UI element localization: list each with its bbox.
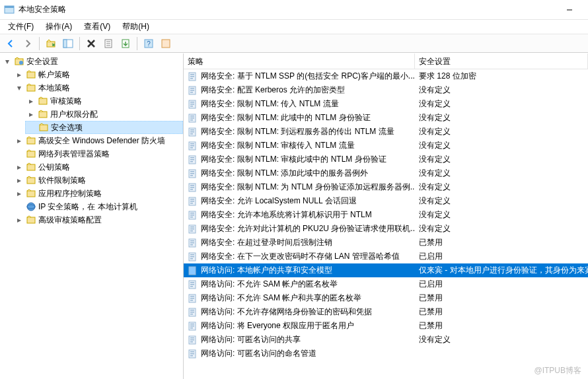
up-button[interactable] <box>43 36 59 52</box>
svg-rect-108 <box>190 341 193 343</box>
policy-row[interactable]: 网络安全: 限制 NTLM: 为 NTLM 身份验证添加远程服务器例...没有定… <box>184 180 588 194</box>
policy-icon <box>188 99 198 110</box>
folder-icon <box>38 122 49 133</box>
tree-app-control[interactable]: ▸应用程序控制策略 <box>13 187 183 200</box>
properties-button[interactable] <box>100 36 116 52</box>
export-button[interactable] <box>118 36 133 52</box>
policy-name-cell: 网络访问: 不允许存储网络身份验证的密码和凭据 <box>184 306 415 318</box>
window-title: 本地安全策略 <box>18 4 554 15</box>
expand-icon[interactable]: ▸ <box>15 176 24 185</box>
expand-icon[interactable]: ▸ <box>15 215 24 224</box>
policy-row[interactable]: 网络安全: 基于 NTLM SSP 的(包括安全 RPC)客户端的最小...要求… <box>184 69 588 83</box>
list-body: 网络安全: 基于 NTLM SSP 的(包括安全 RPC)客户端的最小...要求… <box>184 69 588 361</box>
svg-rect-79 <box>190 242 194 244</box>
policy-setting-cell: 没有定义 <box>415 85 588 96</box>
tree-security-options[interactable]: ▸安全选项 <box>25 121 183 134</box>
policy-row[interactable]: 网络安全: 在下一次更改密码时不存储 LAN 管理器哈希值已启用 <box>184 250 588 263</box>
list-pane[interactable]: 策略 安全设置 网络安全: 基于 NTLM SSP 的(包括安全 RPC)客户端… <box>184 53 588 379</box>
policy-row[interactable]: 网络安全: 限制 NTLM: 审核传入 NTLM 流量没有定义 <box>184 139 588 153</box>
menu-file[interactable]: 文件(F) <box>3 20 39 34</box>
policy-icon <box>188 210 198 221</box>
svg-rect-64 <box>190 189 193 190</box>
refresh-button[interactable] <box>158 36 174 52</box>
policy-icon <box>188 224 198 234</box>
tree-pane[interactable]: ▾ 安全设置 ▸ 帐户策略 <box>0 53 184 379</box>
svg-rect-56 <box>190 161 193 162</box>
menu-help[interactable]: 帮助(H) <box>117 20 155 34</box>
delete-button[interactable] <box>83 36 99 52</box>
policy-row[interactable]: 网络安全: 允许对此计算机的 PKU2U 身份验证请求使用联机...没有定义 <box>184 222 588 236</box>
tree-public-key[interactable]: ▸公钥策略 <box>13 160 183 174</box>
tree-network-list[interactable]: ▸网络列表管理器策略 <box>13 147 183 160</box>
policy-setting-cell: 没有定义 <box>415 223 588 234</box>
svg-rect-44 <box>190 120 193 121</box>
policy-row[interactable]: 网络安全: 限制 NTLM: 审核此域中的 NTLM 身份验证没有定义 <box>184 153 588 166</box>
back-button[interactable] <box>3 36 18 52</box>
policy-setting-cell: 要求 128 位加密 <box>415 71 588 82</box>
svg-rect-84 <box>190 258 193 259</box>
column-policy[interactable]: 策略 <box>184 53 415 69</box>
policy-icon <box>188 335 198 345</box>
svg-rect-111 <box>190 353 194 355</box>
policy-row[interactable]: 网络访问: 可匿名访问的共享没有定义 <box>184 333 588 347</box>
tree-software-restriction[interactable]: ▸软件限制策略 <box>13 174 183 187</box>
collapse-icon[interactable]: ▾ <box>3 57 12 66</box>
tree-audit-policy[interactable]: ▸审核策略 <box>25 94 183 108</box>
expand-icon[interactable]: ▸ <box>15 189 24 198</box>
tree-local-policies[interactable]: ▾ 本地策略 <box>13 81 183 94</box>
minimize-button[interactable] <box>554 0 584 19</box>
show-hide-tree-button[interactable] <box>60 36 76 52</box>
policy-row[interactable]: 网络安全: 在超过登录时间后强制注销已禁用 <box>184 236 588 250</box>
tree-ip-security[interactable]: ▸IP 安全策略，在 本地计算机 <box>13 200 183 213</box>
tree-defender-firewall[interactable]: ▸高级安全 Windows Defender 防火墙 <box>13 134 183 147</box>
policy-row[interactable]: 网络访问: 本地帐户的共享和安全模型仅来宾 - 对本地用户进行身份验证，其身份为… <box>184 263 588 277</box>
expand-icon[interactable]: ▸ <box>15 136 24 145</box>
tree-user-rights[interactable]: ▸用户权限分配 <box>25 108 183 121</box>
svg-rect-16 <box>27 72 35 78</box>
policy-row[interactable]: 网络安全: 限制 NTLM: 到远程服务器的传出 NTLM 流量没有定义 <box>184 125 588 139</box>
policy-name-cell: 网络安全: 在超过登录时间后强制注销 <box>184 237 415 248</box>
policy-setting-cell: 没有定义 <box>415 98 588 110</box>
forward-button[interactable] <box>20 36 36 52</box>
collapse-icon[interactable]: ▾ <box>15 83 24 92</box>
policy-row[interactable]: 网络访问: 将 Everyone 权限应用于匿名用户已禁用 <box>184 319 588 333</box>
expand-icon[interactable]: ▸ <box>26 110 36 119</box>
help-button[interactable]: ? <box>141 36 157 52</box>
svg-point-26 <box>27 203 35 211</box>
policy-row[interactable]: 网络访问: 不允许 SAM 帐户的匿名枚举已启用 <box>184 277 588 291</box>
tree-advanced-audit[interactable]: ▸高级审核策略配置 <box>13 213 183 226</box>
policy-setting-cell: 没有定义 <box>415 334 588 345</box>
policy-row[interactable]: 网络安全: 限制 NTLM: 此域中的 NTLM 身份验证没有定义 <box>184 111 588 125</box>
policy-row[interactable]: 网络访问: 不允许 SAM 帐户和共享的匿名枚举已禁用 <box>184 291 588 305</box>
svg-rect-110 <box>190 351 194 353</box>
column-setting[interactable]: 安全设置 <box>415 53 588 69</box>
policy-name-cell: 网络安全: 允许本地系统将计算机标识用于 NTLM <box>184 209 415 221</box>
svg-rect-75 <box>190 228 194 230</box>
policy-icon <box>188 85 198 96</box>
svg-rect-96 <box>190 300 193 301</box>
svg-rect-13 <box>162 40 170 48</box>
folder-icon <box>38 109 48 120</box>
tree-account-policies[interactable]: ▸ 帐户策略 <box>13 68 183 81</box>
policy-name-cell: 网络安全: 限制 NTLM: 添加此域中的服务器例外 <box>184 168 415 179</box>
menu-view[interactable]: 查看(V) <box>79 20 116 34</box>
policy-row[interactable]: 网络访问: 可匿名访问的命名管道 <box>184 347 588 361</box>
policy-row[interactable]: 网络安全: 允许 LocalSystem NULL 会话回退没有定义 <box>184 194 588 208</box>
policy-row[interactable]: 网络安全: 允许本地系统将计算机标识用于 NTLM没有定义 <box>184 208 588 222</box>
expand-icon[interactable]: ▸ <box>26 96 36 106</box>
policy-row[interactable]: 网络安全: 配置 Kerberos 允许的加密类型没有定义 <box>184 83 588 97</box>
tree-label: 安全设置 <box>26 56 58 67</box>
expand-icon[interactable]: ▸ <box>15 162 24 172</box>
tree-label: 应用程序控制策略 <box>38 188 102 199</box>
menu-action[interactable]: 操作(A) <box>40 20 77 34</box>
policy-row[interactable]: 网络安全: 限制 NTLM: 添加此域中的服务器例外没有定义 <box>184 166 588 180</box>
policy-icon <box>188 279 198 290</box>
policy-row[interactable]: 网络访问: 不允许存储网络身份验证的密码和凭据已禁用 <box>184 305 588 319</box>
tree-root[interactable]: ▾ 安全设置 <box>1 55 183 68</box>
toolbar-separator <box>39 37 40 50</box>
svg-rect-20 <box>40 125 48 131</box>
policy-row[interactable]: 网络安全: 限制 NTLM: 传入 NTLM 流量没有定义 <box>184 97 588 111</box>
svg-rect-106 <box>190 337 194 339</box>
expand-icon[interactable]: ▸ <box>15 70 24 79</box>
svg-rect-94 <box>190 296 194 297</box>
